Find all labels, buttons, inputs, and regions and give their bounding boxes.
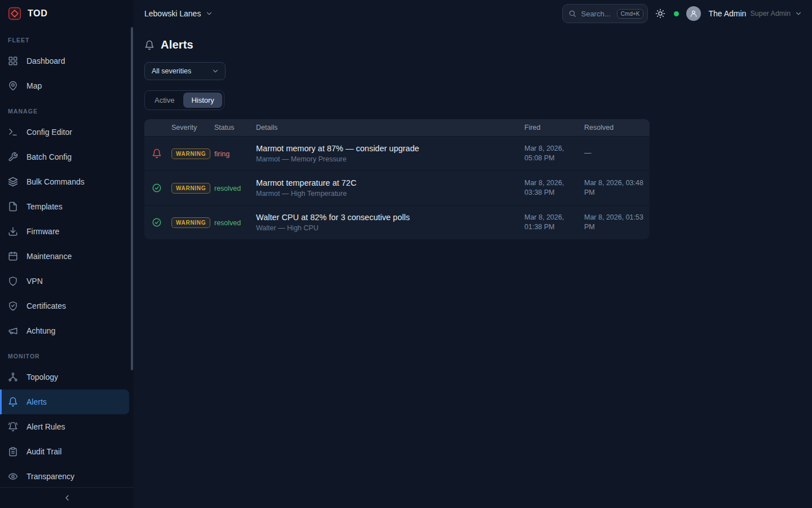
bell-ring-icon	[8, 422, 18, 432]
file-icon	[8, 202, 18, 212]
avatar[interactable]	[686, 6, 701, 21]
sidebar-item-alert-rules[interactable]: Alert Rules	[0, 414, 134, 439]
shield-icon	[8, 276, 18, 286]
shield-check-icon	[8, 301, 18, 311]
sidebar-nav: FLEET Dashboard Map MANAGE Config Editor…	[0, 27, 134, 487]
severity-badge: WARNING	[171, 217, 210, 228]
alerts-tab-group: Active History	[144, 90, 224, 110]
alert-firing-bell-icon	[152, 148, 162, 159]
sidebar-collapse-button[interactable]	[59, 490, 75, 506]
fired-at: Mar 8, 2026, 01:38 PM	[522, 213, 582, 233]
section-label-fleet: FLEET	[0, 27, 134, 49]
status-text: resolved	[214, 185, 241, 192]
sidebar-item-label: VPN	[27, 277, 43, 286]
column-severity: Severity	[169, 124, 212, 132]
sidebar-item-label: Certificates	[27, 301, 66, 310]
tab-active[interactable]: Active	[147, 93, 182, 108]
row-status-icon-cell	[144, 217, 169, 227]
sidebar-item-maintenance[interactable]: Maintenance	[0, 244, 134, 269]
sidebar-item-transparency[interactable]: Transparency	[0, 464, 134, 487]
alert-title: Walter CPU at 82% for 3 consecutive poll…	[256, 213, 518, 222]
fired-at: Mar 8, 2026, 05:08 PM	[522, 144, 582, 164]
sidebar-item-achtung[interactable]: Achtung	[0, 318, 134, 343]
resolved-at: —	[582, 148, 650, 159]
sidebar-item-vpn[interactable]: VPN	[0, 269, 134, 294]
sidebar-item-label: Map	[27, 81, 42, 90]
theme-toggle-button[interactable]	[655, 8, 667, 19]
topbar: Lebowski Lanes Search... Cmd+K The Admin…	[134, 0, 812, 27]
search-shortcut-badge: Cmd+K	[617, 9, 644, 19]
search-input[interactable]: Search... Cmd+K	[562, 4, 648, 23]
sidebar-item-label: Alert Rules	[27, 422, 65, 431]
table-row[interactable]: WARNING resolved Walter CPU at 82% for 3…	[144, 205, 650, 239]
megaphone-icon	[8, 326, 18, 336]
terminal-icon	[8, 127, 18, 137]
severity-badge: WARNING	[171, 148, 210, 159]
sidebar-item-map[interactable]: Map	[0, 73, 134, 98]
bell-icon	[8, 397, 18, 407]
org-switcher[interactable]: Lebowski Lanes	[144, 9, 213, 18]
sidebar-item-label: Batch Config	[27, 152, 72, 161]
chevron-down-icon	[795, 10, 802, 17]
row-status-icon-cell	[144, 148, 169, 159]
table-row[interactable]: WARNING resolved Marmot temperature at 7…	[144, 170, 650, 205]
sidebar-item-bulk-commands[interactable]: Bulk Commands	[0, 169, 134, 194]
column-status: Status	[212, 124, 254, 132]
search-icon	[568, 10, 576, 17]
sidebar-item-alerts[interactable]: Alerts	[0, 389, 129, 414]
online-status-dot	[674, 11, 679, 16]
brand: TOD	[0, 0, 134, 27]
download-icon	[8, 226, 18, 237]
status-text: firing	[214, 150, 230, 158]
column-fired: Fired	[522, 124, 582, 132]
resolved-at: Mar 8, 2026, 01:53 PM	[582, 213, 650, 233]
sidebar-item-topology[interactable]: Topology	[0, 365, 134, 389]
org-name: Lebowski Lanes	[144, 9, 201, 18]
status-text: resolved	[214, 219, 241, 227]
sidebar-footer	[0, 487, 134, 508]
user-role-badge: Super Admin	[750, 10, 791, 17]
tod-logo-icon	[7, 6, 22, 21]
alert-resolved-check-icon	[152, 217, 162, 227]
tab-history[interactable]: History	[183, 93, 222, 108]
fired-at: Mar 8, 2026, 03:38 PM	[522, 178, 582, 198]
search-placeholder: Search...	[581, 10, 612, 18]
sidebar-item-audit-trail[interactable]: Audit Trail	[0, 439, 134, 464]
wrench-icon	[8, 152, 18, 162]
sidebar-item-dashboard[interactable]: Dashboard	[0, 49, 134, 73]
chevron-down-icon	[211, 67, 219, 75]
sidebar-item-label: Audit Trail	[27, 447, 61, 456]
sidebar-item-firmware[interactable]: Firmware	[0, 219, 134, 244]
sidebar-item-label: Achtung	[27, 326, 55, 335]
sidebar-item-config-editor[interactable]: Config Editor	[0, 120, 134, 144]
alert-resolved-check-icon	[152, 183, 162, 193]
calendar-icon	[8, 251, 18, 261]
sidebar-item-label: Dashboard	[27, 56, 65, 65]
topbar-right: Search... Cmd+K The Admin Super Admin	[562, 4, 802, 23]
table-row[interactable]: WARNING firing Marmot memory at 87% — co…	[144, 136, 650, 170]
user-name: The Admin	[708, 9, 746, 18]
row-status-icon-cell	[144, 183, 169, 193]
severity-badge: WARNING	[171, 183, 210, 194]
sidebar-item-label: Alerts	[27, 397, 47, 406]
sidebar-item-label: Transparency	[27, 472, 74, 481]
sidebar-item-label: Firmware	[27, 227, 59, 236]
bell-icon	[144, 40, 155, 50]
page-header: Alerts	[144, 38, 812, 51]
severity-filter-select[interactable]: All severities	[144, 62, 226, 80]
layers-icon	[8, 177, 18, 187]
user-icon	[690, 10, 698, 17]
sidebar-item-templates[interactable]: Templates	[0, 194, 134, 219]
sidebar-item-label: Config Editor	[27, 128, 72, 137]
brand-name: TOD	[28, 8, 47, 19]
user-menu[interactable]: The Admin Super Admin	[708, 9, 802, 18]
alert-subtitle: Marmot — High Temperature	[256, 190, 518, 198]
clipboard-icon	[8, 446, 18, 457]
sidebar-scrollbar[interactable]	[131, 27, 133, 370]
column-resolved: Resolved	[582, 124, 650, 132]
map-pin-icon	[8, 81, 18, 91]
sidebar-item-certificates[interactable]: Certificates	[0, 294, 134, 318]
sidebar-item-batch-config[interactable]: Batch Config	[0, 144, 134, 169]
sidebar-item-label: Topology	[27, 373, 58, 382]
sidebar: TOD FLEET Dashboard Map MANAGE Config Ed…	[0, 0, 134, 508]
